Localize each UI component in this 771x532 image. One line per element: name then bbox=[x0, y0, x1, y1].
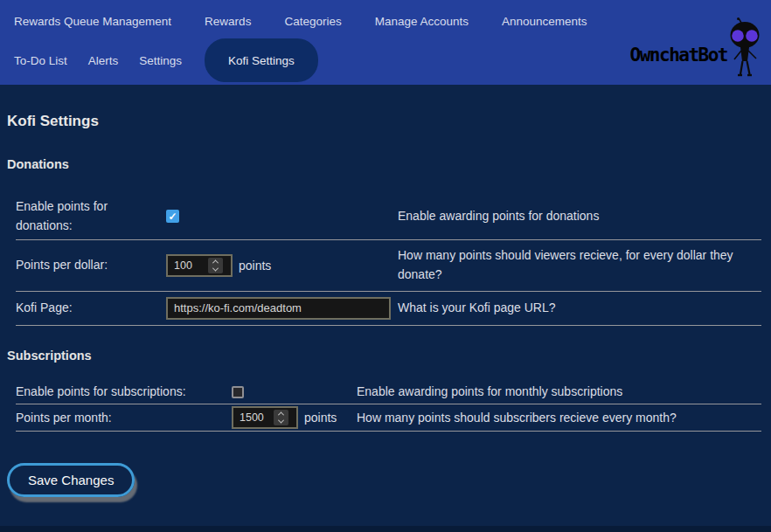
points-suffix-label: points bbox=[239, 259, 271, 273]
setting-label: Kofi Page: bbox=[16, 299, 166, 318]
nav-item-rewards[interactable]: Rewards bbox=[205, 15, 251, 28]
points-per-month-input[interactable] bbox=[233, 411, 274, 424]
nav-item-announcements[interactable]: Announcements bbox=[502, 15, 587, 28]
points-per-month-input-wrap bbox=[232, 406, 298, 429]
points-per-dollar-input-wrap bbox=[166, 254, 233, 277]
nav-item-rewards-queue-management[interactable]: Rewards Queue Management bbox=[14, 15, 171, 28]
footer-strip bbox=[0, 526, 771, 532]
nav-item-alerts[interactable]: Alerts bbox=[88, 38, 119, 82]
setting-label: Points per dollar: bbox=[16, 256, 166, 275]
nav-item-categories[interactable]: Categories bbox=[284, 15, 341, 28]
spinner-down-icon[interactable] bbox=[278, 418, 284, 424]
subscriptions-settings-table: Enable points for subscriptions: Enable … bbox=[16, 380, 761, 432]
subscriptions-section-heading: Subscriptions bbox=[7, 349, 764, 363]
spinner-down-icon[interactable] bbox=[212, 266, 219, 272]
setting-row-enable-subscriptions: Enable points for subscriptions: Enable … bbox=[16, 380, 761, 405]
donations-settings-table: Enable points for donations: ✓ Enable aw… bbox=[16, 194, 761, 326]
enable-subscriptions-checkbox[interactable] bbox=[232, 386, 244, 398]
setting-label: Points per month: bbox=[16, 409, 232, 428]
ownchatbot-logo: OwnchatBot bbox=[630, 17, 766, 79]
points-per-dollar-input[interactable] bbox=[168, 259, 208, 272]
kofi-page-url-input[interactable] bbox=[166, 297, 391, 320]
setting-label: Enable points for donations: bbox=[16, 197, 166, 235]
check-icon: ✓ bbox=[168, 211, 177, 222]
setting-description: What is your Kofi page URL? bbox=[398, 299, 761, 318]
setting-row-enable-donations: Enable points for donations: ✓ Enable aw… bbox=[16, 194, 761, 240]
number-spinner[interactable] bbox=[208, 258, 223, 273]
number-spinner[interactable] bbox=[274, 410, 288, 425]
logo-text: OwnchatBot bbox=[630, 46, 727, 65]
nav-item-kofi-settings-active[interactable]: Kofi Settings bbox=[205, 38, 318, 82]
setting-description: Enable awarding points for monthly subsc… bbox=[357, 383, 761, 402]
enable-donations-checkbox[interactable]: ✓ bbox=[166, 210, 179, 223]
setting-row-kofi-page: Kofi Page: What is your Kofi page URL? bbox=[16, 292, 761, 326]
top-navigation: Rewards Queue Management Rewards Categor… bbox=[0, 0, 771, 85]
setting-description: Enable awarding points for donations bbox=[398, 207, 761, 226]
page-title: Kofi Settings bbox=[7, 113, 764, 130]
setting-description: How many points should subscribers recie… bbox=[357, 409, 761, 428]
kofi-settings-page: Kofi Settings Donations Enable points fo… bbox=[0, 113, 771, 497]
setting-description: How many points should viewers recieve, … bbox=[398, 246, 761, 284]
points-suffix-label: points bbox=[304, 411, 337, 425]
nav-item-settings[interactable]: Settings bbox=[139, 38, 182, 82]
donations-section-heading: Donations bbox=[7, 157, 764, 171]
setting-label: Enable points for subscriptions: bbox=[16, 383, 232, 402]
save-changes-button[interactable]: Save Changes bbox=[7, 463, 135, 497]
setting-row-points-per-month: Points per month: points How many points… bbox=[16, 404, 761, 432]
nav-item-todo-list[interactable]: To-Do List bbox=[14, 38, 67, 82]
robot-mascot-icon bbox=[724, 17, 766, 79]
nav-item-manage-accounts[interactable]: Manage Accounts bbox=[375, 15, 469, 28]
setting-row-points-per-dollar: Points per dollar: points How many point… bbox=[16, 240, 761, 291]
